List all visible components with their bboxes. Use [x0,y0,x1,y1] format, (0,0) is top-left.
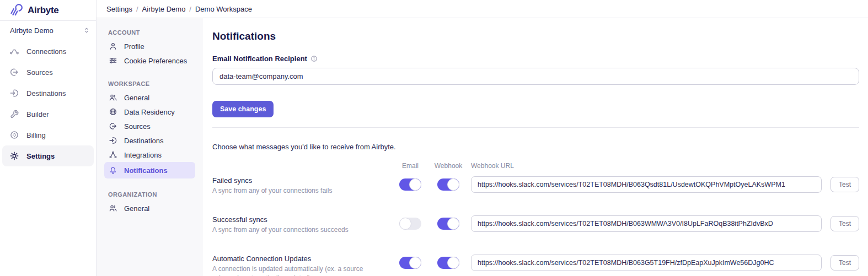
test-webhook-button[interactable]: Test [831,255,859,270]
section-heading: ACCOUNT [104,29,195,36]
webhook-url-input[interactable] [471,255,822,271]
notification-row-automatic-connection-updates: Automatic Connection Updates A connectio… [212,255,859,276]
settings-nav-label: Profile [124,42,144,51]
sidebar-item-label: Connections [26,47,66,56]
topbar: Settings/Airbyte Demo/Demo Workspace [97,0,868,18]
sidebar-item-connections[interactable]: Connections [2,41,94,62]
workspace-name: Airbyte Demo [10,26,53,35]
settings-subnav: ACCOUNT Profile [97,18,203,276]
settings-nav-profile[interactable]: Profile [104,39,195,53]
settings-nav-label: Data Residency [124,108,175,116]
settings-nav-label: General [124,204,149,213]
row-description: A sync from any of your connections fail… [212,186,378,195]
email-toggle[interactable] [399,178,421,191]
email-toggle[interactable] [399,257,421,269]
email-recipient-input[interactable] [212,68,859,85]
toggle-knob [409,178,421,191]
toggle-knob [409,257,421,269]
email-column-header: Email [394,162,427,170]
email-toggle[interactable] [399,218,421,230]
notifications-table-header: Email Webhook Webhook URL [212,162,859,170]
airbyte-logo-icon [10,4,23,17]
settings-nav-notifications[interactable]: Notifications [104,162,195,178]
webhook-toggle[interactable] [437,257,459,269]
settings-section-organization: ORGANIZATION General [104,191,195,215]
notifications-description: Choose what messages you'd like to recei… [212,143,859,151]
settings-nav-label: Destinations [124,137,164,145]
toggle-knob [399,218,411,230]
page-title: Notifications [212,30,859,42]
info-icon[interactable] [310,55,318,62]
settings-section-workspace: WORKSPACE General [104,80,195,178]
section-divider [212,127,859,128]
row-title: Automatic Connection Updates [212,255,392,263]
webhook-url-input[interactable] [471,215,822,232]
sidebar-item-billing[interactable]: Billing [2,125,94,145]
gear-icon [9,151,19,161]
sidebar-item-label: Destinations [26,89,66,98]
destination-icon [109,136,117,145]
sliders-icon [109,56,117,65]
webhook-url-input[interactable] [471,176,822,193]
app-window: Airbyte Airbyte Demo Connections [0,0,868,276]
sidebar-item-settings[interactable]: Settings [2,145,94,166]
source-icon [9,67,19,77]
row-title: Successful syncs [212,215,392,224]
sidebar-item-destinations[interactable]: Destinations [2,83,94,104]
brand-name: Airbyte [28,5,58,16]
sidebar-item-builder[interactable]: Builder [2,104,94,125]
settings-nav-label: Sources [124,122,151,131]
breadcrumb-workspace-org[interactable]: Airbyte Demo [142,5,186,13]
chevron-updown-icon [83,26,90,34]
main-sidebar: Airbyte Airbyte Demo Connections [0,0,97,276]
wrench-icon [9,109,19,119]
sidebar-item-label: Sources [26,68,53,77]
webhook-toggle[interactable] [437,178,459,191]
save-changes-button[interactable]: Save changes [212,101,274,117]
notification-row-successful-syncs: Successful syncs A sync from any of your… [212,215,859,234]
row-description: A connection is updated automatically (e… [212,264,378,276]
settings-nav-label: Notifications [124,166,168,175]
notifications-page: Notifications Email Notification Recipie… [203,18,868,276]
toggle-knob [447,257,459,269]
brand-logo[interactable]: Airbyte [0,0,96,21]
settings-nav-label: Cookie Preferences [124,57,187,65]
settings-nav-sources[interactable]: Sources [104,119,195,133]
row-title: Failed syncs [212,176,392,185]
email-recipient-label: Email Notification Recipient [212,55,307,63]
settings-nav-integrations[interactable]: Integrations [104,148,195,162]
settings-nav-data-residency[interactable]: Data Residency [104,105,195,119]
settings-nav-label: General [124,94,149,102]
webhook-url-column-header: Webhook URL [470,162,822,170]
breadcrumb: Settings/Airbyte Demo/Demo Workspace [106,5,252,13]
source-icon [109,122,117,131]
people-icon [109,204,117,213]
notification-row-failed-syncs: Failed syncs A sync from any of your con… [212,176,859,195]
toggle-knob [447,218,459,230]
people-icon [109,93,117,102]
settings-nav-general-workspace[interactable]: General [104,90,195,105]
sidebar-item-sources[interactable]: Sources [2,62,94,83]
breadcrumb-settings[interactable]: Settings [106,5,132,13]
globe-icon [109,107,117,116]
test-webhook-button[interactable]: Test [831,216,859,231]
settings-section-account: ACCOUNT Profile [104,29,195,68]
sidebar-item-label: Builder [26,110,49,118]
breadcrumb-workspace[interactable]: Demo Workspace [195,5,252,13]
bell-icon [109,166,117,175]
webhook-toggle[interactable] [437,218,459,230]
settings-nav-general-organization[interactable]: General [104,201,195,215]
breadcrumb-separator: / [185,5,195,13]
section-heading: ORGANIZATION [104,191,195,198]
sidebar-item-label: Settings [26,152,55,160]
person-icon [109,42,117,51]
settings-nav-label: Integrations [124,151,162,159]
settings-nav-destinations[interactable]: Destinations [104,133,195,148]
settings-nav-cookie-preferences[interactable]: Cookie Preferences [104,53,195,68]
section-heading: WORKSPACE [104,80,195,87]
test-webhook-button[interactable]: Test [831,177,859,192]
sidebar-nav: Connections Sources Dest [0,40,96,166]
workspace-selector[interactable]: Airbyte Demo [0,21,96,40]
row-description: A sync from any of your connections succ… [212,225,378,234]
breadcrumb-separator: / [132,5,142,13]
